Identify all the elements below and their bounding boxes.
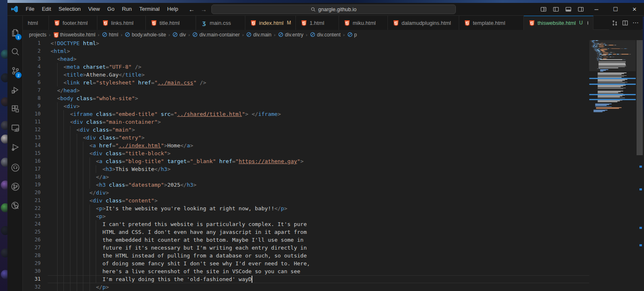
minimap[interactable]	[589, 39, 636, 291]
explorer-icon[interactable]: 1	[7, 24, 23, 41]
breadcrumb-item-body-whole-site[interactable]: body.whole-site	[125, 32, 166, 38]
code-editor[interactable]: 1<!DOCTYPE html>2<html>3 <head>4 <meta c…	[23, 39, 589, 291]
breadcrumb-item-div-entry[interactable]: div.entry	[278, 32, 303, 38]
overview-ruler-mark	[639, 244, 642, 246]
unsaved-dot-icon[interactable]	[588, 21, 588, 25]
tab-links-html[interactable]: links.html	[97, 16, 146, 30]
code-line-26[interactable]: 26 the embedded hit counter at the botto…	[23, 236, 589, 244]
toggle-secondary-sidebar-icon[interactable]	[574, 3, 587, 16]
scrollbar-thumb[interactable]	[637, 40, 643, 155]
github-icon[interactable]	[7, 159, 23, 176]
tab-1-html[interactable]: 1.html	[296, 16, 339, 30]
compare-changes-icon[interactable]	[612, 20, 618, 26]
gitlens-icon[interactable]	[7, 197, 23, 214]
code-line-1[interactable]: 1<!DOCTYPE html>	[23, 39, 589, 47]
more-actions-icon[interactable]: ⋯	[632, 19, 639, 26]
tab-main-css[interactable]: ʒmain.css	[196, 16, 245, 30]
triangle-extension-icon[interactable]	[7, 139, 23, 155]
code-line-28[interactable]: 28 the HTML instead of pulling from a da…	[23, 252, 589, 260]
breadcrumb-item-html[interactable]: html	[102, 32, 119, 38]
code-line-31[interactable]: 31 I'm really doing this the 'old-fashio…	[23, 275, 589, 283]
code-line-16[interactable]: 16 <a class="blog-title" target="_blank"…	[23, 157, 589, 165]
tab-title-html[interactable]: title.html	[146, 16, 196, 30]
code-line-22[interactable]: 22 <p>It's the website you're looking at…	[23, 204, 589, 212]
menu-file[interactable]: File	[22, 5, 38, 14]
breadcrumb-item-div-main[interactable]: div.main	[246, 32, 271, 38]
godot-tools-icon[interactable]	[7, 218, 23, 235]
code-line-4[interactable]: 4 <meta charset="UTF-8" />	[23, 63, 589, 71]
tab-template-html[interactable]: template.html	[459, 16, 524, 30]
close-button[interactable]: ✕	[625, 3, 644, 16]
search-icon[interactable]	[7, 43, 23, 60]
code-line-9[interactable]: 9 <div>	[23, 102, 589, 110]
code-line-8[interactable]: 8 <body class="whole-site">	[23, 94, 589, 102]
code-line-10[interactable]: 10 <iframe class="embed-title" src="../s…	[23, 110, 589, 118]
minimap-line	[595, 50, 595, 51]
code-line-25[interactable]: 25 HTML and CSS. I don't even have any j…	[23, 228, 589, 236]
indent-guide	[96, 252, 102, 260]
customize-layout-icon[interactable]	[537, 3, 550, 16]
maximize-button[interactable]: ☐	[606, 3, 625, 16]
extensions-icon[interactable]	[7, 101, 23, 117]
menu-run[interactable]: Run	[118, 5, 136, 14]
toggle-primary-sidebar-icon[interactable]	[550, 3, 562, 16]
tab-html[interactable]: html	[23, 16, 49, 30]
code-line-2[interactable]: 2<html>	[23, 47, 589, 55]
split-editor-icon[interactable]	[622, 20, 628, 26]
run-debug-icon[interactable]	[7, 82, 23, 98]
git-graph-icon[interactable]	[7, 178, 23, 195]
code-line-12[interactable]: 12 <div class="main">	[23, 126, 589, 134]
menu-edit[interactable]: Edit	[38, 5, 55, 14]
minimap-highlight-marker	[589, 84, 636, 85]
breadcrumb-item-p[interactable]: p	[347, 32, 357, 38]
tab-miku-html[interactable]: miku.html	[339, 16, 388, 30]
line-number: 23	[23, 212, 41, 220]
code-line-23[interactable]: 23 <p>	[23, 212, 589, 220]
code-line-21[interactable]: 21 <div class="content">	[23, 197, 589, 204]
command-center-search[interactable]: gnargle.github.io	[211, 5, 456, 14]
tab-dalamudplugins-html[interactable]: dalamudplugins.html	[388, 16, 459, 30]
tab-thiswebsite-html[interactable]: thiswebsite.htmlU	[524, 16, 593, 30]
breadcrumb-item-thiswebsite-html[interactable]: thiswebsite.html	[53, 32, 95, 38]
code-line-5[interactable]: 5 <title>Athene.Gay</title>	[23, 71, 589, 79]
menu-view[interactable]: View	[85, 5, 104, 14]
breadcrumb-item-div[interactable]: div	[172, 32, 186, 38]
code-line-13[interactable]: 13 <div class="entry">	[23, 134, 589, 142]
code-line-11[interactable]: 11 <div class="main-container">	[23, 118, 589, 126]
code-text: <div class="main-container">	[51, 118, 161, 126]
source-control-icon[interactable]: 2	[7, 63, 23, 79]
code-line-19[interactable]: 19 <h3 class="datestamp">2025</h3>	[23, 181, 589, 189]
code-line-29[interactable]: 29 of doing some fancy shit I don't see …	[23, 260, 589, 267]
breadcrumb-item-div-content[interactable]: div.content	[310, 32, 341, 38]
menu-go[interactable]: Go	[104, 5, 118, 14]
code-line-14[interactable]: 14 <a href="../index.html">Home</a>	[23, 142, 589, 149]
code-line-32[interactable]: 32 </p>	[23, 283, 589, 291]
code-line-15[interactable]: 15 <div class="title-block">	[23, 149, 589, 157]
indent-guide	[83, 228, 90, 236]
html-file-icon	[102, 20, 109, 26]
minimap-line	[596, 40, 598, 41]
code-line-20[interactable]: 20 </div>	[23, 189, 589, 197]
code-line-3[interactable]: 3 <head>	[23, 55, 589, 63]
menu-selection[interactable]: Selection	[55, 5, 84, 14]
breadcrumb-item-div-main-container[interactable]: div.main-container	[192, 32, 240, 38]
menu-terminal[interactable]: Terminal	[136, 5, 163, 14]
remote-explorer-icon[interactable]	[7, 120, 23, 136]
line-number: 29	[23, 260, 41, 267]
code-line-17[interactable]: 17 <h3>This Website</h3>	[23, 165, 589, 173]
tab-index-html[interactable]: index.htmlM	[245, 16, 296, 30]
minimize-button[interactable]: ─	[587, 3, 606, 16]
tab-footer-html[interactable]: footer.html	[49, 16, 97, 30]
code-line-6[interactable]: 6 <link rel="stylesheet" href="../main.c…	[23, 79, 589, 87]
arrow-right-icon[interactable]: →	[201, 6, 207, 13]
breadcrumb-item-projects[interactable]: projects	[29, 32, 46, 38]
code-line-24[interactable]: 24 I can't pretend this website is parti…	[23, 220, 589, 228]
toggle-panel-icon[interactable]	[562, 3, 574, 16]
arrow-left-icon[interactable]: ←	[189, 6, 195, 13]
code-line-18[interactable]: 18 </a>	[23, 173, 589, 181]
code-line-30[interactable]: 30 here's a live screenshot of the site …	[23, 267, 589, 275]
code-line-7[interactable]: 7 </head>	[23, 87, 589, 94]
menu-help[interactable]: Help	[163, 5, 182, 14]
indent-guide	[51, 71, 57, 79]
code-line-27[interactable]: 27 future if it's necessary but I'm writ…	[23, 244, 589, 252]
